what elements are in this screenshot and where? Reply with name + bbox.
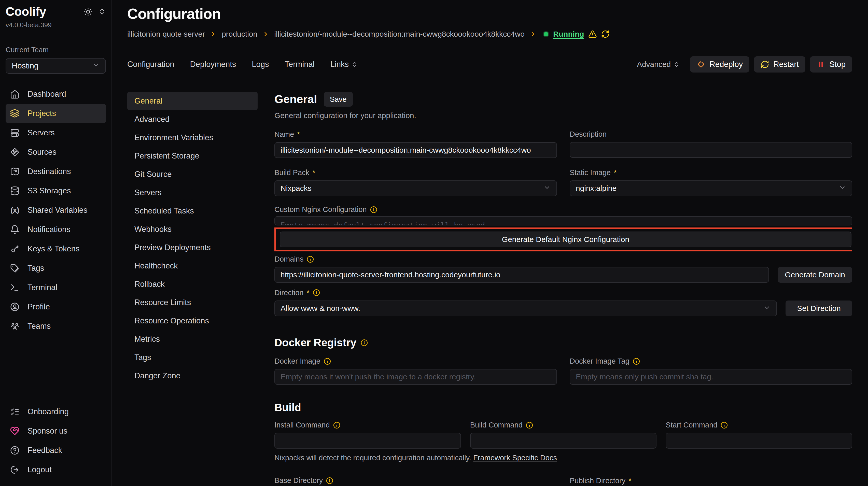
required-asterisk: * [307,288,310,297]
sidebar-item-s3-storages[interactable]: S3 Storages [6,181,106,200]
install-command-label: Install Command [274,421,330,429]
sidebar: Coolify v4.0.0-beta.399 Current Team Hos… [0,0,112,486]
server-icon [10,128,20,138]
save-button[interactable]: Save [324,92,353,107]
sidebar-item-servers[interactable]: Servers [6,123,106,142]
subnav-resource-operations[interactable]: Resource Operations [127,312,257,330]
generate-nginx-config-button[interactable]: Generate Default Nginx Configuration [280,232,851,247]
subnav-tags[interactable]: Tags [127,348,257,367]
breadcrumb-environment[interactable]: production [222,30,257,38]
sidebar-item-dashboard[interactable]: Dashboard [6,85,106,104]
current-team-label: Current Team [6,46,106,54]
description-input[interactable] [570,142,852,158]
sidebar-item-logout[interactable]: Logout [6,460,106,479]
subnav-resource-limits[interactable]: Resource Limits [127,293,257,312]
subnav-general[interactable]: General [127,92,257,110]
build-heading: Build [274,401,301,414]
sidebar-item-onboarding[interactable]: Onboarding [6,402,106,421]
domains-input[interactable] [274,267,769,283]
subnav-healthcheck[interactable]: Healthcheck [127,257,257,275]
tab-terminal[interactable]: Terminal [285,60,315,69]
tab-configuration[interactable]: Configuration [127,60,174,69]
braces-x-icon: (x) [10,205,20,215]
info-icon[interactable] [632,357,640,365]
info-icon[interactable] [313,289,320,296]
sidebar-item-tags[interactable]: Tags [6,259,106,278]
info-icon[interactable] [326,477,334,484]
domains-label: Domains [274,255,303,263]
tab-deployments[interactable]: Deployments [190,60,236,69]
sidebar-item-sources[interactable]: Sources [6,142,106,162]
subnav-environment-variables[interactable]: Environment Variables [127,129,257,147]
subnav-scheduled-tasks[interactable]: Scheduled Tasks [127,202,257,220]
install-command-input[interactable] [274,433,461,449]
start-command-input[interactable] [665,433,852,449]
subnav-advanced[interactable]: Advanced [127,110,257,129]
name-label: Name [274,130,294,139]
redeploy-button[interactable]: Redeploy [690,56,749,72]
direction-select[interactable]: Allow www & non-www. [274,300,777,316]
status-running-label[interactable]: Running [553,30,584,38]
breadcrumb-resource[interactable]: illicitestonion/-module--decomposition:m… [274,30,525,38]
status-badge: Running [543,30,610,38]
sidebar-item-label: Destinations [28,167,71,176]
header-actions: Advanced Redeploy Restart Stop [637,56,852,72]
subnav-git-source[interactable]: Git Source [127,165,257,184]
direction-label: Direction [274,289,303,297]
sidebar-item-notifications[interactable]: Notifications [6,220,106,239]
sidebar-item-projects[interactable]: Projects [6,104,106,123]
logo-row: Coolify [6,5,106,19]
restart-button[interactable]: Restart [754,56,805,72]
sidebar-item-feedback[interactable]: Feedback [6,441,106,460]
build-pack-select[interactable]: Nixpacks [274,181,557,196]
subnav-persistent-storage[interactable]: Persistent Storage [127,147,257,165]
breadcrumb-project[interactable]: illicitonion quote server [127,30,205,38]
static-image-select[interactable]: nginx:alpine [570,181,852,196]
generate-domain-button[interactable]: Generate Domain [778,267,852,283]
subnav-preview-deployments[interactable]: Preview Deployments [127,238,257,257]
name-input[interactable] [274,142,557,158]
sidebar-item-label: Terminal [28,283,57,292]
info-icon[interactable] [720,421,728,429]
sidebar-item-label: Shared Variables [28,205,88,215]
sidebar-item-shared-variables[interactable]: (x) Shared Variables [6,200,106,220]
sidebar-item-sponsor-us[interactable]: Sponsor us [6,421,106,441]
team-select[interactable]: Hosting [6,58,106,74]
sidebar-item-profile[interactable]: Profile [6,297,106,317]
status-dot-icon [543,31,549,37]
subnav-danger-zone[interactable]: Danger Zone [127,367,257,385]
nginx-config-textarea[interactable] [274,216,852,225]
info-icon[interactable] [323,357,331,365]
advanced-dropdown[interactable]: Advanced [637,60,680,69]
info-icon[interactable] [307,256,314,263]
tab-logs[interactable]: Logs [252,60,269,69]
sidebar-item-destinations[interactable]: Destinations [6,162,106,181]
docker-image-tag-input[interactable] [570,369,852,385]
sidebar-item-keys-tokens[interactable]: Keys & Tokens [6,239,106,259]
sidebar-item-terminal[interactable]: Terminal [6,278,106,297]
build-command-input[interactable] [470,433,657,449]
theme-select-unfold-icon[interactable] [98,8,106,15]
theme-toggle-sun-icon[interactable] [84,7,93,16]
info-icon[interactable] [333,421,341,429]
subnav-servers[interactable]: Servers [127,184,257,202]
database-icon [10,186,20,196]
refresh-icon[interactable] [601,30,610,38]
tab-links[interactable]: Links [331,60,358,69]
subnav-metrics[interactable]: Metrics [127,330,257,348]
info-icon[interactable] [526,421,533,429]
framework-docs-link[interactable]: Framework Specific Docs [473,454,557,462]
start-command-label: Start Command [665,421,717,429]
heart-handshake-icon [10,426,20,436]
stop-button[interactable]: Stop [810,56,852,72]
docker-image-label: Docker Image [274,357,320,365]
subnav-rollback[interactable]: Rollback [127,275,257,293]
docker-image-input[interactable] [274,369,557,385]
sidebar-item-teams[interactable]: Teams [6,317,106,336]
info-icon[interactable] [361,339,368,347]
subnav-webhooks[interactable]: Webhooks [127,220,257,238]
set-direction-button[interactable]: Set Direction [785,300,852,316]
warning-triangle-icon[interactable] [588,30,597,38]
info-icon[interactable] [370,206,377,214]
sidebar-item-label: Sponsor us [28,426,67,435]
